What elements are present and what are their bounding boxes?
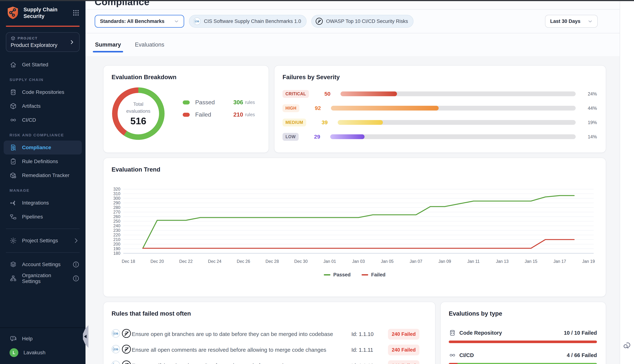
type-row-ci-cd: CI/CD4 / 66 Failed <box>449 352 597 364</box>
svg-text:300: 300 <box>113 196 120 201</box>
tab-summary[interactable]: Summary <box>95 33 121 56</box>
sidebar-item-help[interactable]: ?Help <box>0 332 86 346</box>
owasp-wasp-icon <box>121 344 131 356</box>
owasp-wasp-icon <box>315 18 323 25</box>
svg-text:Jan 09: Jan 09 <box>438 259 451 264</box>
type-progress-bar <box>449 340 597 343</box>
sidebar-item-pipelines[interactable]: Pipelines <box>0 210 86 224</box>
severity-bar-track <box>330 134 576 139</box>
severity-percent: 24% <box>584 91 597 96</box>
svg-text:Jan 13: Jan 13 <box>496 259 508 264</box>
cis-logo-icon: CIS <box>111 344 120 355</box>
svg-text:Dec 26: Dec 26 <box>237 259 250 264</box>
svg-text:190: 190 <box>113 246 120 251</box>
svg-text:Dec 28: Dec 28 <box>265 259 279 264</box>
svg-text:180: 180 <box>113 251 120 256</box>
severity-rows: CRITICAL5024%HIGH9244%MEDIUM3919%LOW2914… <box>274 90 606 141</box>
type-label: Code Repository <box>459 330 502 336</box>
clipboard-icon <box>10 158 17 165</box>
svg-text:Jan 05: Jan 05 <box>381 259 394 264</box>
divider <box>6 228 80 229</box>
sidebar-item-compliance[interactable]: Compliance <box>4 140 82 154</box>
trend-legend: PassedFailed <box>104 272 606 278</box>
org-icon <box>10 275 17 282</box>
sidebar-item-project-settings[interactable]: Project Settings <box>0 234 86 248</box>
svg-text:CIS: CIS <box>114 332 118 335</box>
total-evaluations-value: 516 <box>130 116 146 126</box>
divider <box>6 252 80 253</box>
rule-text: Ensure all open comments are resolved be… <box>132 347 351 353</box>
rule-row[interactable]: CISEnsure open git branches are up to da… <box>104 326 435 342</box>
rule-standard-icons: CIS <box>111 344 132 356</box>
legend-item-passed: Passed306rules <box>183 99 255 106</box>
sidebar-item-code-repositories[interactable]: Code Repositories <box>0 85 86 99</box>
sidebar-item-label: Remediation Tracker <box>22 172 69 178</box>
svg-text:Jan 07: Jan 07 <box>410 259 422 264</box>
svg-text:290: 290 <box>113 200 120 205</box>
type-rows: Code Repository10 / 10 FailedCI/CD4 / 66… <box>441 329 606 364</box>
failed-segment <box>449 363 458 364</box>
user-menu[interactable]: LLavakush <box>0 346 86 360</box>
sidebar-item-ci-cd[interactable]: CI/CD <box>0 113 86 127</box>
dashboard-content: Evaluation Breakdown Total evaluations 5… <box>86 56 620 364</box>
severity-count: 29 <box>314 134 329 140</box>
failed-swatch <box>183 113 190 117</box>
severity-badge: CRITICAL <box>282 90 309 98</box>
legend-value: 210 <box>233 111 243 118</box>
evaluation-trend-card: Evaluation Trend 32031030029028027026025… <box>103 158 606 297</box>
svg-text:Dec 22: Dec 22 <box>179 259 193 264</box>
severity-percent: 19% <box>584 120 597 125</box>
svg-text:Dec 30: Dec 30 <box>294 259 308 264</box>
tabs: Summary Evaluations <box>86 33 620 56</box>
project-selector[interactable]: PROJECT Product Exploratory <box>6 32 80 52</box>
sidebar-item-organization-settings[interactable]: Organization Settings <box>0 272 86 285</box>
support-chat-icon[interactable] <box>622 340 632 350</box>
svg-text:200: 200 <box>113 242 120 246</box>
rule-standard-icons: CIS <box>111 360 132 364</box>
rule-row[interactable]: CISEnsure verifying signed commits of ne… <box>104 358 435 364</box>
severity-bar-fill <box>338 120 383 125</box>
sidebar-item-label: Get Started <box>22 62 48 68</box>
rule-row[interactable]: CISEnsure all open comments are resolved… <box>104 342 435 358</box>
date-range-select[interactable]: Last 30 Days <box>545 15 598 28</box>
cis-logo-icon: CIS <box>193 17 201 25</box>
rule-standard-icons: CIS <box>111 328 132 340</box>
svg-text:240: 240 <box>113 224 120 228</box>
sidebar-item-get-started[interactable]: Get Started <box>0 58 86 72</box>
sidebar-item-rule-definitions[interactable]: Rule Definitions <box>0 154 86 168</box>
severity-bar-track <box>338 120 576 125</box>
sidebar-item-label: Artifacts <box>22 103 41 109</box>
chip-owasp[interactable]: OWASP Top 10 CI/CD Security Risks <box>311 15 414 28</box>
svg-text:Dec 24: Dec 24 <box>208 259 221 264</box>
pipelines-icon <box>10 213 17 220</box>
legend-dash <box>324 274 331 276</box>
sidebar-item-account-settings[interactable]: Account Settings <box>0 258 86 272</box>
chip-cis-benchmark[interactable]: CIS CIS Software Supply Chain Benchmarks… <box>189 15 307 28</box>
severity-percent: 14% <box>584 134 597 140</box>
sidebar-item-label: CI/CD <box>22 117 36 123</box>
failed-segment <box>449 340 597 343</box>
filter-bar: Standards: All Benchmarks CIS CIS Softwa… <box>86 10 620 33</box>
svg-text:280: 280 <box>113 205 120 210</box>
legend-label: Failed <box>371 272 385 278</box>
type-progress-bar <box>449 363 597 364</box>
severity-bar-fill <box>341 92 397 96</box>
sidebar-item-label: Project Settings <box>22 238 58 244</box>
sidebar-item-label: Organization Settings <box>22 272 67 284</box>
donut-center-label: Total evaluations <box>126 101 150 114</box>
info-icon <box>72 275 80 282</box>
severity-row-high: HIGH9244% <box>282 104 597 112</box>
sidebar-item-remediation-tracker[interactable]: Remediation Tracker <box>0 168 86 182</box>
tab-evaluations[interactable]: Evaluations <box>135 33 164 56</box>
rule-text: Ensure open git branches are up to date … <box>132 331 351 337</box>
card-title: Evalutions by type <box>441 302 606 317</box>
svg-text:Dec 18: Dec 18 <box>122 259 135 264</box>
trend-legend-failed: Failed <box>362 272 385 278</box>
standards-filter-select[interactable]: Standards: All Benchmarks <box>95 15 184 28</box>
cis-logo-icon: CIS <box>111 360 120 364</box>
shield-logo-icon <box>6 6 20 20</box>
sidebar-item-integrations[interactable]: Integrations <box>0 196 86 210</box>
repo-icon <box>10 88 17 96</box>
sidebar-item-artifacts[interactable]: Artifacts <box>0 99 86 113</box>
app-grid-icon[interactable] <box>72 9 80 16</box>
